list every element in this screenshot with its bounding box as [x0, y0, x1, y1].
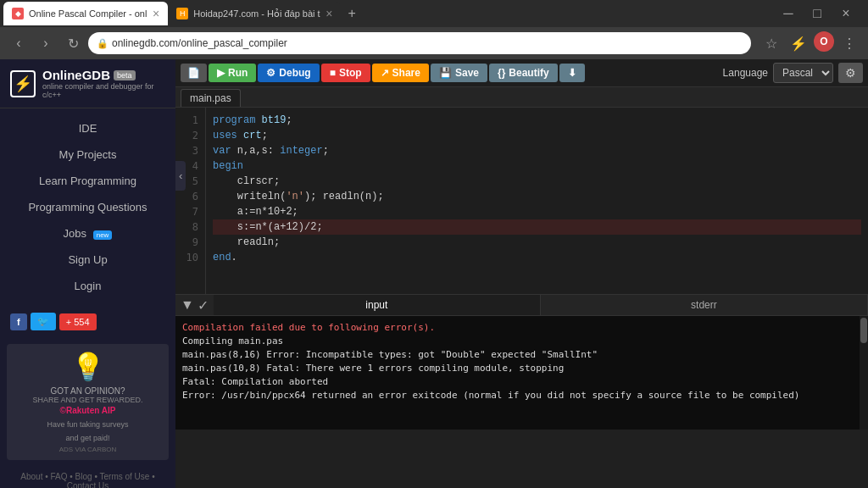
- refresh-button[interactable]: ↻: [61, 31, 85, 55]
- sidebar-logo: ⚡ OnlineGDB beta online compiler and deb…: [0, 59, 175, 108]
- bottom-panel-header: ▼ ✓ input stderr: [175, 295, 868, 316]
- bookmark-icon[interactable]: ☆: [760, 31, 783, 55]
- ad-container: 💡 GOT AN OPINION? SHARE AND GET REWARDED…: [7, 344, 169, 460]
- footer-contact[interactable]: Contact Us: [67, 481, 108, 488]
- bottom-tab-stderr[interactable]: stderr: [541, 295, 868, 315]
- logo-icon: ⚡: [10, 70, 36, 97]
- browser-actions: ☆ ⚡ O ⋮: [760, 31, 861, 55]
- sidebar-item-login[interactable]: Login: [0, 273, 175, 299]
- tab2-close[interactable]: ×: [326, 7, 332, 20]
- bottom-tab-input[interactable]: input: [214, 295, 541, 315]
- tab-1[interactable]: ◆ Online Pascal Compiler - online ... ×: [3, 2, 168, 25]
- language-selector: Language Pascal ⚙: [723, 63, 863, 83]
- forward-button[interactable]: ›: [34, 31, 58, 55]
- main-area: 📄 ▶ Run ⚙ Debug ■ Stop ↗ Share: [175, 59, 868, 488]
- address-bar[interactable]: 🔒 onlinegdb.com/online_pascal_compiler: [88, 32, 751, 54]
- ad-subtitle: SHARE AND GET REWARDED.: [14, 396, 162, 404]
- beautify-icon: {}: [498, 67, 505, 79]
- language-label: Language: [723, 67, 768, 79]
- sidebar-footer: About • FAQ • Blog • Terms of Use • Cont…: [0, 467, 175, 488]
- jobs-badge: new: [93, 230, 113, 240]
- beautify-button[interactable]: {} Beautify: [489, 64, 558, 82]
- download-icon: ⬇: [568, 67, 576, 79]
- minimize-button[interactable]: ─: [776, 2, 800, 25]
- sidebar-item-sign-up[interactable]: Sign Up: [0, 247, 175, 273]
- sidebar-item-jobs[interactable]: Jobs new: [0, 220, 175, 247]
- tab1-title: Online Pascal Compiler - online ...: [29, 8, 147, 19]
- line-numbers: 12345678910: [175, 108, 206, 294]
- footer-blog[interactable]: Blog: [75, 472, 92, 481]
- sidebar-nav: IDE My Projects Learn Programming Progra…: [0, 108, 175, 306]
- output-scroll-thumb[interactable]: [860, 318, 867, 343]
- toolbar: 📄 ▶ Run ⚙ Debug ■ Stop ↗ Share: [175, 59, 868, 87]
- new-tab-button[interactable]: +: [341, 6, 362, 21]
- close-browser-button[interactable]: ×: [834, 2, 858, 25]
- ad-brand: ©Rakuten AIP: [14, 406, 162, 415]
- lock-icon: 🔒: [97, 38, 108, 49]
- sidebar-social: f 🐦 + 554: [0, 306, 175, 337]
- bottom-expand-button[interactable]: ▼: [181, 297, 194, 313]
- bottom-panel: ▼ ✓ input stderr Compilation failed due …: [175, 294, 868, 430]
- ad-via: ADS VIA CARBON: [14, 446, 162, 453]
- logo-beta: beta: [114, 70, 136, 80]
- logo-brand: OnlineGDB: [42, 68, 110, 82]
- twitter-button[interactable]: 🐦: [31, 313, 56, 330]
- ad-copy2: and get paid!: [14, 434, 162, 442]
- tab-2[interactable]: H Hoidap247.com - Hỏi đáp bài tậ... ×: [168, 2, 341, 25]
- language-select[interactable]: Pascal: [773, 63, 833, 83]
- download-button[interactable]: ⬇: [559, 64, 585, 82]
- file-tab-main[interactable]: main.pas: [181, 89, 241, 107]
- tab-bar: ◆ Online Pascal Compiler - online ... × …: [0, 0, 868, 27]
- save-icon: 💾: [439, 67, 452, 79]
- app: ⚡ OnlineGDB beta online compiler and deb…: [0, 59, 868, 488]
- output-area: Compilation failed due to following erro…: [175, 316, 860, 430]
- file-icon: 📄: [187, 67, 200, 79]
- profile-button[interactable]: O: [814, 31, 834, 52]
- back-button[interactable]: ‹: [7, 31, 31, 55]
- sidebar-item-programming-questions[interactable]: Programming Questions: [0, 194, 175, 220]
- facebook-button[interactable]: f: [10, 313, 27, 330]
- ad-icon: 💡: [14, 351, 162, 383]
- sidebar-collapse-button[interactable]: ‹: [175, 161, 186, 191]
- app-content: ⚡ OnlineGDB beta online compiler and deb…: [0, 59, 868, 488]
- tab2-favicon: H: [176, 8, 188, 19]
- address-text: onlinegdb.com/online_pascal_compiler: [112, 37, 287, 49]
- bottom-output-wrap: Compilation failed due to following erro…: [175, 316, 868, 430]
- output-scrollbar[interactable]: [860, 316, 868, 430]
- footer-faq[interactable]: FAQ: [51, 472, 68, 481]
- sidebar-item-ide[interactable]: IDE: [0, 115, 175, 141]
- ad-copy: Have fun taking surveys: [14, 420, 162, 429]
- share-button[interactable]: ↗ Share: [372, 64, 429, 82]
- bottom-check-button[interactable]: ✓: [198, 297, 209, 313]
- browser-chrome: ◆ Online Pascal Compiler - online ... × …: [0, 0, 868, 59]
- sidebar-item-learn-programming[interactable]: Learn Programming: [0, 168, 175, 194]
- footer-terms[interactable]: Terms of Use: [100, 472, 150, 481]
- logo-text: OnlineGDB beta online compiler and debug…: [42, 68, 165, 99]
- file-button[interactable]: 📄: [181, 64, 207, 82]
- stop-button[interactable]: ■ Stop: [321, 64, 370, 82]
- sidebar-ad: 💡 GOT AN OPINION? SHARE AND GET REWARDED…: [0, 337, 175, 467]
- share-icon: ↗: [381, 67, 389, 79]
- bottom-controls: ▼ ✓: [175, 296, 214, 315]
- sidebar-item-my-projects[interactable]: My Projects: [0, 141, 175, 168]
- save-button[interactable]: 💾 Save: [431, 64, 487, 82]
- footer-about[interactable]: About: [20, 472, 42, 481]
- stop-icon: ■: [330, 67, 336, 79]
- code-editor[interactable]: program bt19;uses crt;var n,a,s: integer…: [206, 108, 868, 294]
- tab2-title: Hoidap247.com - Hỏi đáp bài tậ...: [193, 8, 320, 19]
- debug-button[interactable]: ⚙ Debug: [258, 64, 319, 82]
- editor-area: 12345678910 program bt19;uses crt;var n,…: [175, 108, 868, 294]
- maximize-button[interactable]: □: [805, 2, 829, 25]
- run-icon: ▶: [217, 67, 225, 79]
- settings-button[interactable]: ⚙: [838, 63, 863, 83]
- plus-button[interactable]: + 554: [59, 313, 97, 330]
- ad-title: GOT AN OPINION?: [14, 386, 162, 396]
- menu-icon[interactable]: ⋮: [837, 31, 861, 55]
- file-tabs: main.pas: [175, 87, 868, 108]
- extension-icon[interactable]: ⚡: [787, 31, 810, 55]
- run-button[interactable]: ▶ Run: [209, 64, 256, 82]
- tab1-favicon: ◆: [12, 8, 24, 19]
- browser-controls: ‹ › ↻ 🔒 onlinegdb.com/online_pascal_comp…: [0, 27, 868, 59]
- tab1-close[interactable]: ×: [153, 7, 159, 20]
- sidebar: ⚡ OnlineGDB beta online compiler and deb…: [0, 59, 175, 488]
